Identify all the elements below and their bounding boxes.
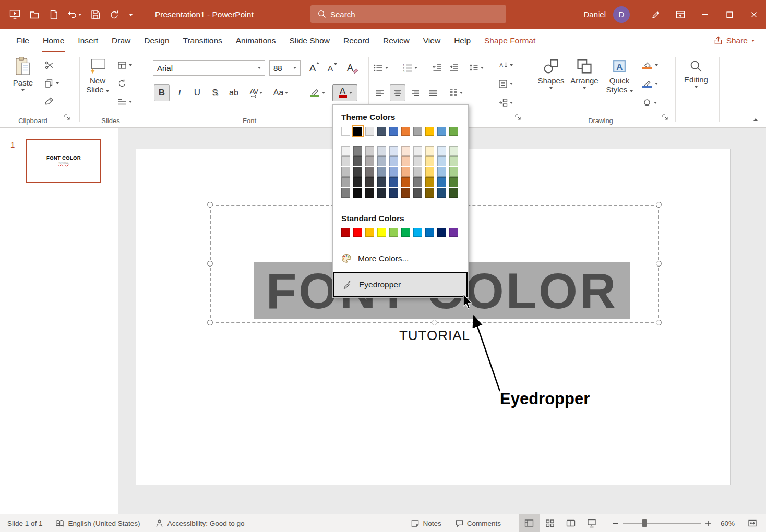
redo-button[interactable] — [110, 10, 119, 19]
variant-swatch-1-4[interactable] — [389, 156, 398, 166]
theme-color-swatch-5[interactable] — [401, 127, 410, 136]
bullets-button[interactable] — [372, 61, 390, 75]
variant-swatch-0-9[interactable] — [449, 146, 458, 156]
change-case-button[interactable]: Aa — [270, 84, 292, 101]
theme-color-swatch-4[interactable] — [389, 127, 398, 136]
theme-color-swatch-8[interactable] — [437, 127, 446, 136]
tab-review[interactable]: Review — [376, 29, 416, 52]
selection-handle-bottom-right[interactable] — [656, 320, 662, 325]
tab-home[interactable]: Home — [36, 29, 71, 52]
text-highlight-button[interactable] — [305, 84, 329, 101]
variant-swatch-4-0[interactable] — [341, 188, 350, 198]
variant-swatch-0-4[interactable] — [389, 146, 398, 156]
zoom-slider-thumb[interactable] — [642, 519, 647, 527]
variant-swatch-3-7[interactable] — [425, 177, 434, 187]
justify-button[interactable] — [425, 84, 441, 101]
variant-swatch-1-2[interactable] — [365, 156, 374, 166]
share-button[interactable]: Share — [714, 29, 755, 52]
standard-color-swatch-5[interactable] — [401, 228, 410, 237]
align-center-button[interactable] — [390, 84, 405, 101]
text-direction-button[interactable] — [497, 58, 514, 72]
selection-handle-top-left[interactable] — [207, 202, 213, 208]
variant-swatch-0-8[interactable] — [437, 146, 446, 156]
copy-button[interactable] — [43, 77, 61, 90]
standard-color-swatch-9[interactable] — [449, 228, 458, 237]
drawing-dialog-launcher[interactable] — [662, 114, 668, 120]
tab-insert[interactable]: Insert — [71, 29, 105, 52]
variant-swatch-3-2[interactable] — [365, 177, 374, 187]
variant-swatch-1-9[interactable] — [449, 156, 458, 166]
align-right-button[interactable] — [408, 84, 423, 101]
tab-draw[interactable]: Draw — [105, 29, 137, 52]
variant-swatch-2-0[interactable] — [341, 167, 350, 177]
variant-swatch-4-7[interactable] — [425, 188, 434, 198]
arrange-button[interactable]: Arrange — [569, 56, 600, 107]
variant-swatch-2-8[interactable] — [437, 167, 446, 177]
selection-handle-bottom-center[interactable] — [432, 320, 437, 325]
variant-swatch-4-4[interactable] — [389, 188, 398, 198]
zoom-in-button[interactable] — [705, 520, 711, 526]
increase-font-size-button[interactable]: A — [305, 61, 320, 75]
variant-swatch-0-2[interactable] — [365, 146, 374, 156]
slide-indicator[interactable]: Slide 1 of 1 — [7, 519, 43, 527]
variant-swatch-4-5[interactable] — [401, 188, 410, 198]
customize-qat-button[interactable] — [128, 13, 133, 17]
standard-color-swatch-4[interactable] — [389, 228, 398, 237]
variant-swatch-0-5[interactable] — [401, 146, 410, 156]
theme-color-swatch-2[interactable] — [365, 127, 374, 136]
variant-swatch-2-5[interactable] — [401, 167, 410, 177]
cut-button[interactable] — [43, 58, 55, 72]
normal-view-button[interactable] — [519, 514, 540, 532]
variant-swatch-3-8[interactable] — [437, 177, 446, 187]
shape-effects-button[interactable] — [641, 96, 659, 110]
accessibility-status[interactable]: Accessibility: Good to go — [167, 519, 245, 527]
new-slide-button[interactable]: NewSlide — [82, 56, 113, 107]
variant-swatch-2-3[interactable] — [377, 167, 386, 177]
fit-to-window-button[interactable] — [742, 514, 763, 532]
zoom-out-button[interactable] — [613, 523, 618, 524]
search-box[interactable]: Search — [310, 5, 506, 23]
columns-button[interactable] — [445, 84, 466, 101]
variant-swatch-0-0[interactable] — [341, 146, 350, 156]
reading-view-button[interactable] — [560, 514, 581, 532]
ink-pen-button[interactable] — [643, 0, 668, 29]
clear-formatting-button[interactable]: A — [343, 61, 357, 75]
new-file-button[interactable] — [49, 10, 58, 19]
tab-file[interactable]: File — [9, 29, 36, 52]
tab-animations[interactable]: Animations — [229, 29, 283, 52]
theme-color-swatch-3[interactable] — [377, 127, 386, 136]
accessibility-icon[interactable] — [155, 519, 164, 528]
decrease-indent-button[interactable] — [431, 61, 444, 75]
variant-swatch-0-7[interactable] — [425, 146, 434, 156]
standard-color-swatch-1[interactable] — [353, 228, 362, 237]
variant-swatch-2-1[interactable] — [353, 167, 362, 177]
underline-button[interactable]: U — [189, 84, 205, 101]
format-painter-button[interactable] — [43, 95, 55, 108]
variant-swatch-1-0[interactable] — [341, 156, 350, 166]
standard-color-swatch-6[interactable] — [413, 228, 422, 237]
variant-swatch-2-4[interactable] — [389, 167, 398, 177]
variant-swatch-3-6[interactable] — [413, 177, 422, 187]
align-text-button[interactable] — [497, 77, 514, 91]
convert-smartart-button[interactable] — [497, 96, 514, 110]
clipboard-dialog-launcher[interactable] — [64, 114, 70, 120]
ribbon-display-options-button[interactable] — [668, 0, 692, 29]
variant-swatch-4-3[interactable] — [377, 188, 386, 198]
selection-handle-top-right[interactable] — [656, 202, 662, 208]
slide-sorter-view-button[interactable] — [540, 514, 560, 532]
section-button[interactable] — [116, 95, 134, 108]
undo-button[interactable] — [67, 10, 81, 19]
font-size-combobox[interactable]: 88 — [269, 60, 301, 76]
standard-color-swatch-2[interactable] — [365, 228, 374, 237]
variant-swatch-3-1[interactable] — [353, 177, 362, 187]
standard-color-swatch-8[interactable] — [437, 228, 446, 237]
variant-swatch-1-8[interactable] — [437, 156, 446, 166]
variant-swatch-3-9[interactable] — [449, 177, 458, 187]
slideshow-view-button[interactable] — [581, 514, 602, 532]
strikethrough-button[interactable]: ab — [225, 84, 243, 101]
paragraph-dialog-launcher[interactable] — [514, 114, 521, 120]
tab-slide-show[interactable]: Slide Show — [282, 29, 337, 52]
variant-swatch-0-3[interactable] — [377, 146, 386, 156]
variant-swatch-3-4[interactable] — [389, 177, 398, 187]
close-button[interactable] — [741, 0, 766, 29]
